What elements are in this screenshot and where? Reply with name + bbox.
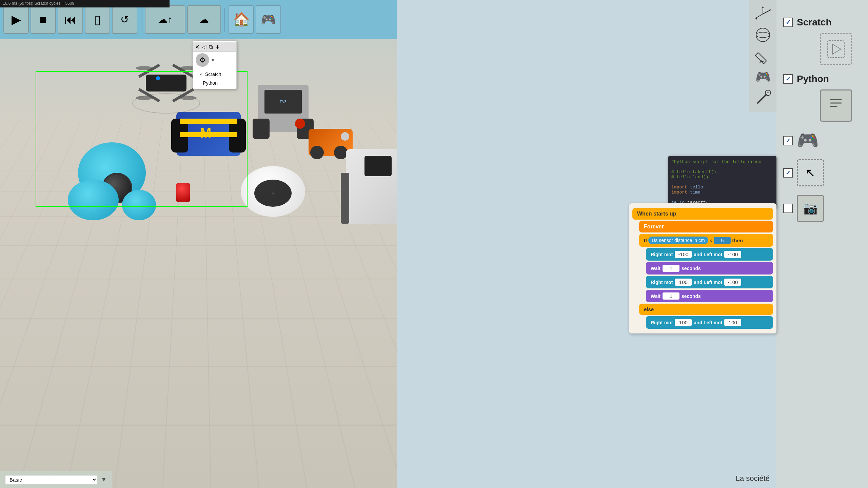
right-mot-neg-label: Right mot <box>651 252 673 257</box>
block-right-mot-100[interactable]: Right mot 100 and Left mot -100 <box>646 276 773 288</box>
home-button[interactable]: 🏠 <box>229 5 254 34</box>
block-right-mot-neg[interactable]: Right mot -100 and Left mot -100 <box>646 248 773 261</box>
script-dropdown: ✕ ◁ ⧉ ⬇ ⚙ ▼ ✓ Scratch Python <box>193 41 237 89</box>
svg-line-10 <box>758 95 766 103</box>
red-can <box>176 183 190 202</box>
and-left-mot-3: and Left mot <box>694 320 722 325</box>
panel-row-camera: 📷 <box>776 195 868 222</box>
panel-row-python: Python <box>776 74 868 84</box>
tello-drone[interactable] <box>136 66 197 100</box>
else-label: else <box>644 306 654 312</box>
panel-row-cursor: ↖ <box>776 159 868 186</box>
python-line-2 <box>671 164 773 169</box>
scene-dropdown-arrow[interactable]: ▼ <box>101 476 107 483</box>
svg-rect-14 <box>827 41 844 58</box>
scratch-blocks-panel: When starts up Forever If Us sensor dist… <box>629 203 776 333</box>
python-line-3: # tello.takeoff() <box>671 169 773 175</box>
close-icon[interactable]: ✕ <box>195 44 199 50</box>
scene-select[interactable]: Basic <box>5 475 97 484</box>
cursor-checkbox[interactable] <box>783 168 793 178</box>
right-mot-3-label: Right mot <box>651 320 673 325</box>
then-label: then <box>732 238 743 243</box>
camera-checkbox[interactable] <box>783 204 793 213</box>
edit-icon[interactable] <box>753 46 773 66</box>
less-than-symbol: < <box>710 238 713 243</box>
top-right-panel: 🎮 <box>749 0 776 112</box>
gamepad-button[interactable]: 🎮 <box>256 5 281 34</box>
dropdown-header: ✕ ◁ ⧉ ⬇ <box>193 42 236 52</box>
dropdown-divider <box>193 69 236 69</box>
block-else[interactable]: else <box>639 304 773 315</box>
roomba-robot[interactable]: ◉ <box>241 166 305 217</box>
lego-robot[interactable]: EV3 <box>258 85 309 132</box>
block-forever[interactable]: Forever <box>639 221 773 232</box>
wait-val-2: 1 <box>663 292 679 300</box>
cloud1-button[interactable]: ☁↑ <box>145 5 185 34</box>
frame-button[interactable]: ▯ <box>85 5 110 34</box>
toolbar-separator-1 <box>141 8 141 32</box>
panel-row-scratch: Scratch <box>776 17 868 28</box>
bottom-toolbar: Basic ▼ <box>0 471 112 488</box>
seconds-2-label: seconds <box>682 293 701 299</box>
download-icon[interactable]: ⬇ <box>215 44 220 50</box>
sphere-icon[interactable] <box>753 25 773 45</box>
block-if[interactable]: If Us sensor distance in cm < 5 then <box>639 234 773 247</box>
wait-val-1: 1 <box>663 265 679 272</box>
gamepad-panel-icon[interactable]: 🎮 <box>753 67 773 87</box>
gear-icon[interactable]: ⚙ <box>196 53 209 67</box>
when-starts-up-label: When starts up <box>637 211 676 217</box>
python-panel-icon[interactable] <box>820 89 852 122</box>
val-neg100-2: -100 <box>724 251 741 258</box>
right-mot-2-label: Right mot <box>651 280 673 285</box>
scratch-checkmark: ✓ <box>200 72 203 77</box>
dash-robot[interactable] <box>68 125 159 220</box>
toolbar-separator-2 <box>224 8 225 32</box>
reset-button[interactable]: ↺ <box>112 5 137 34</box>
seconds-1-label: seconds <box>682 266 701 271</box>
gamepad-right-icon[interactable]: 🎮 <box>797 130 819 151</box>
block-if-container: If Us sensor distance in cm < 5 then Rig… <box>639 234 773 329</box>
dropdown-item-python[interactable]: Python <box>193 79 236 87</box>
python-checkmark <box>200 81 201 85</box>
val-100-3: 100 <box>724 319 741 326</box>
play-button[interactable]: ▶ <box>3 5 29 34</box>
boxy-robot[interactable] <box>346 149 397 224</box>
dropdown-arrow[interactable]: ▼ <box>211 57 215 63</box>
block-right-mot-else[interactable]: Right mot 100 and Left mot 100 <box>646 316 773 329</box>
python-checkbox[interactable] <box>783 74 793 84</box>
step-back-button[interactable]: ⏮ <box>58 5 83 34</box>
floor-grid <box>0 119 397 488</box>
camera-icon[interactable]: 📷 <box>797 195 824 222</box>
if-label: If <box>644 238 647 243</box>
makex-robot[interactable]: M <box>176 112 241 156</box>
scratch-checkbox[interactable] <box>783 18 793 27</box>
tools-icon[interactable] <box>753 88 773 108</box>
svg-marker-4 <box>762 6 764 8</box>
dropdown-item-scratch[interactable]: ✓ Scratch <box>193 70 236 79</box>
back-icon[interactable]: ◁ <box>202 44 206 50</box>
val-100: 100 <box>675 279 692 286</box>
cloud2-button[interactable]: ☁ <box>187 5 221 34</box>
cursor-icon[interactable]: ↖ <box>797 159 824 186</box>
python-line-7: import time <box>671 190 773 195</box>
val-neg100-1: -100 <box>675 251 692 258</box>
block-wait-2[interactable]: Wait 1 seconds <box>646 290 773 302</box>
python-line-6: import tello <box>671 185 773 190</box>
wait-1-label: Wait <box>651 266 660 271</box>
threshold-value: 5 <box>714 237 731 244</box>
svg-point-7 <box>756 32 770 38</box>
axes-icon[interactable] <box>753 4 773 24</box>
gamepad-checkbox[interactable] <box>783 136 793 145</box>
scratch-panel-label: Scratch <box>797 17 832 28</box>
block-when-starts-up[interactable]: When starts up <box>632 208 773 220</box>
sensor-label: Us sensor distance in cm <box>648 237 708 244</box>
stop-button[interactable]: ■ <box>31 5 56 34</box>
block-wait-1[interactable]: Wait 1 seconds <box>646 262 773 274</box>
copy-icon[interactable]: ⧉ <box>209 44 213 50</box>
status-text: 16.6 ms (60 fps); Scratch cycles = 5609 <box>3 1 74 6</box>
scratch-panel-icon[interactable] <box>820 33 852 65</box>
right-panel: Scratch Python 🎮 ↖ 📷 <box>776 0 868 488</box>
scratch-label: Scratch <box>205 72 221 77</box>
python-line-8 <box>671 195 773 200</box>
python-line-1: #Python script for the Tello drone <box>671 159 773 164</box>
